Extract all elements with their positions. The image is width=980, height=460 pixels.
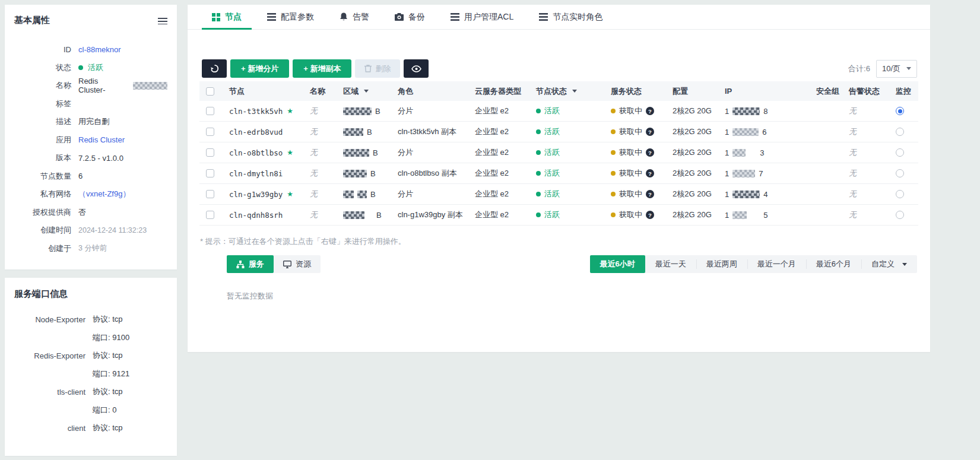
app-link[interactable]: Redis Cluster — [78, 135, 125, 144]
list-icon — [451, 13, 459, 21]
cluster-name: Redis Cluster- — [78, 77, 127, 94]
field-version: 版本 7.2.5 - v1.0.0 — [14, 149, 167, 167]
col-config: 配置 — [669, 86, 721, 97]
help-icon[interactable]: ? — [646, 128, 654, 136]
ip-cell: 16 — [721, 128, 813, 137]
sitemap-icon — [236, 261, 245, 268]
row-checkbox[interactable] — [206, 211, 214, 219]
field-node-count: 节点数量 6 — [14, 167, 167, 186]
field-created-ago: 创建于 3 分钟前 — [14, 240, 167, 258]
table-row[interactable]: cln-qdnh8srh 无 B cln-g1w39gby 副本 企业型 e2 … — [199, 205, 918, 226]
monitor-radio[interactable] — [896, 190, 904, 198]
zone-cell: B — [340, 169, 394, 178]
masked-text — [343, 191, 354, 198]
view-toggle-resource[interactable]: 资源 — [274, 255, 321, 273]
status-dot-icon — [536, 129, 541, 134]
row-checkbox[interactable] — [206, 128, 214, 136]
vxnet-link[interactable]: （vxnet-Zf9g） — [78, 189, 130, 199]
table-row[interactable]: cln-edrb8vud 无 B cln-t3tkk5vh 副本 企业型 e2 … — [199, 122, 918, 142]
row-checkbox[interactable] — [206, 107, 214, 115]
tab-user-acl[interactable]: 用户管理ACL — [440, 5, 524, 29]
table-row[interactable]: cln-o8btlbso★ 无 B 分片 企业型 e2 活跃 获取中? 2核2G… — [199, 142, 918, 163]
sort-caret-icon[interactable] — [572, 90, 577, 93]
shard-star-icon: ★ — [287, 107, 293, 115]
time-range-selector: 最近6小时 最近一天 最近两周 最近一个月 最近6个月 自定义 — [590, 255, 917, 273]
row-checkbox[interactable] — [206, 169, 214, 177]
add-replica-button[interactable]: + 新增副本 — [293, 59, 351, 78]
port-row: 端口: 9100 — [14, 329, 167, 347]
field-name: 名称 Redis Cluster- — [14, 77, 167, 95]
refresh-button[interactable] — [202, 59, 227, 78]
col-zone[interactable]: 区域 — [340, 86, 394, 97]
view-toggle-service[interactable]: 服务 — [227, 255, 274, 273]
table-row[interactable]: cln-t3tkk5vh★ 无 B 分片 企业型 e2 活跃 获取中? 2核2G… — [199, 101, 918, 122]
port-row: 端口: 0 — [14, 401, 167, 420]
node-id: cln-dmytln8i — [229, 169, 283, 178]
row-checkbox[interactable] — [206, 148, 214, 157]
time-range-6m[interactable]: 最近6个月 — [806, 255, 861, 273]
tab-backup[interactable]: 备份 — [385, 5, 435, 29]
zone-cell: B — [340, 148, 394, 157]
select-all-checkbox[interactable] — [206, 87, 214, 96]
masked-text — [732, 149, 746, 157]
tab-config-params[interactable]: 配置参数 — [257, 5, 324, 29]
node-id: cln-edrb8vud — [229, 128, 283, 137]
row-checkbox[interactable] — [206, 190, 214, 198]
monitor-radio[interactable] — [896, 148, 904, 157]
time-range-2w[interactable]: 最近两周 — [696, 255, 747, 273]
monitor-radio[interactable] — [896, 169, 904, 177]
field-description: 描述 用完自删 — [14, 113, 167, 131]
time-range-1m[interactable]: 最近一个月 — [747, 255, 806, 273]
help-icon[interactable]: ? — [646, 169, 654, 177]
col-server-type: 云服务器类型 — [471, 86, 532, 97]
monitor-icon — [283, 261, 291, 268]
page-size-select[interactable]: 10/页 — [876, 60, 917, 78]
chevron-down-icon — [906, 67, 911, 70]
view-toggle: 服务 资源 — [227, 255, 321, 273]
help-icon[interactable]: ? — [646, 107, 654, 115]
bell-icon — [340, 12, 348, 21]
help-icon[interactable]: ? — [646, 190, 654, 198]
help-icon[interactable]: ? — [646, 148, 654, 157]
right-click-hint: * 提示：可通过在各个资源上点击「右键」来进行常用操作。 — [200, 236, 930, 247]
camera-icon — [395, 13, 404, 21]
masked-text — [133, 82, 167, 90]
time-range-custom[interactable]: 自定义 — [861, 255, 917, 273]
basic-properties-card: 基本属性 ID cl-88meknor 状态 活跃 名称 Redis Clust… — [5, 5, 177, 269]
status-dot-icon — [536, 192, 541, 196]
col-name: 名称 — [306, 86, 340, 97]
pending-dot-icon — [611, 212, 616, 217]
sort-caret-icon[interactable] — [364, 90, 369, 93]
view-columns-button[interactable] — [404, 59, 429, 78]
monitor-radio[interactable] — [896, 128, 904, 136]
pending-dot-icon — [611, 171, 616, 176]
col-security-group: 安全组 — [813, 86, 845, 97]
masked-text — [343, 128, 363, 136]
masked-text — [343, 107, 372, 115]
field-created-time: 创建时间 2024-12-24 11:32:23 — [14, 221, 167, 240]
tab-alerts[interactable]: 告警 — [329, 5, 379, 29]
time-range-6h[interactable]: 最近6小时 — [590, 255, 645, 273]
col-node-status[interactable]: 节点状态 — [532, 86, 607, 97]
no-monitor-data-text: 暂无监控数据 — [227, 291, 930, 302]
field-status: 状态 活跃 — [14, 59, 167, 77]
tab-node-roles[interactable]: 节点实时角色 — [529, 5, 613, 29]
table-row[interactable]: cln-dmytln8i 无 B cln-o8btlbso 副本 企业型 e2 … — [199, 163, 918, 184]
ip-cell: 14 — [721, 190, 813, 199]
add-shard-button[interactable]: + 新增分片 — [230, 59, 289, 78]
status-dot-icon — [536, 171, 541, 176]
monitor-radio[interactable] — [896, 211, 904, 219]
node-id: cln-o8btlbso — [229, 148, 283, 157]
pending-dot-icon — [611, 192, 616, 196]
status-dot-icon — [78, 65, 83, 70]
delete-button[interactable]: 删除 — [355, 59, 400, 78]
tab-nodes[interactable]: 节点 — [202, 5, 252, 29]
port-row: client 协议: tcp — [14, 419, 167, 437]
monitor-radio[interactable] — [896, 107, 904, 115]
table-row[interactable]: cln-g1w39gby★ 无 B 分片 企业型 e2 活跃 获取中? 2核2G… — [199, 184, 918, 205]
help-icon[interactable]: ? — [646, 211, 654, 219]
card-menu-icon[interactable] — [158, 17, 167, 24]
node-toolbar: + 新增分片 + 新增副本 删除 合计:6 10/页 — [202, 59, 917, 78]
cluster-id-link[interactable]: cl-88meknor — [78, 45, 121, 54]
time-range-1d[interactable]: 最近一天 — [645, 255, 696, 273]
